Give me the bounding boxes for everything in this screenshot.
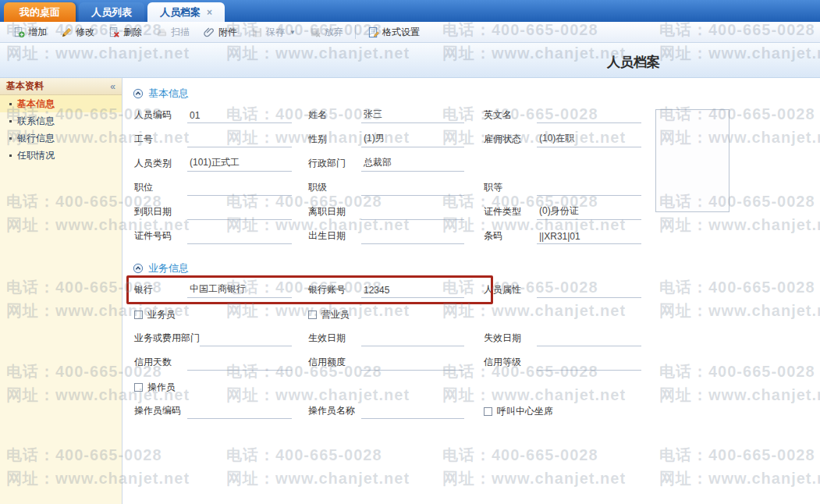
field-id-number: 证件号码 <box>134 229 292 244</box>
field-credit-grade: 信用等级 <box>484 355 641 371</box>
shop-assistant-checkbox-group: 营业员 <box>308 308 350 321</box>
delete-button[interactable]: 删除 <box>101 23 149 41</box>
field-label: 操作员编码 <box>134 404 187 419</box>
credit-limit-input[interactable] <box>361 358 464 371</box>
field-label: 证件号码 <box>134 229 187 244</box>
job-grade-input[interactable] <box>537 183 641 196</box>
employee-code-input[interactable]: 01 <box>187 110 292 123</box>
button-label: 修改 <box>76 26 94 39</box>
salesman-checkbox[interactable] <box>134 311 143 319</box>
discard-icon <box>310 27 321 38</box>
field-effective-date: 生效日期 <box>308 331 464 346</box>
id-number-input[interactable] <box>187 232 292 244</box>
hire-date-input[interactable] <box>187 208 292 220</box>
field-personnel-category: 人员类别(101)正式工 <box>134 156 292 172</box>
field-hire-date: 到职日期 <box>134 204 292 220</box>
field-label: 到职日期 <box>134 205 187 220</box>
field-leave-date: 离职日期 <box>308 204 464 220</box>
field-label: 姓名 <box>308 108 361 123</box>
form-row: 职位职级职等 <box>133 176 820 200</box>
section-toggle-icon[interactable] <box>133 263 144 274</box>
effective-date-input[interactable] <box>361 334 464 346</box>
field-english-name: 英文名 <box>484 108 641 123</box>
field-job-number: 工号 <box>134 132 292 147</box>
field-job-level: 职级 <box>308 180 464 196</box>
field-label: 职级 <box>308 181 361 196</box>
form-row: 业务员营业员 <box>133 302 820 326</box>
form-row: 操作员编码操作员名称呼叫中心坐席 <box>133 399 820 423</box>
attach-button[interactable]: 附件 <box>197 23 244 41</box>
personnel-attribute-input[interactable] <box>537 286 641 298</box>
tab-close-icon[interactable]: × <box>207 7 212 18</box>
save-icon <box>251 27 263 38</box>
field-label: 信用等级 <box>484 356 537 371</box>
checkbox-label: 营业员 <box>321 308 350 321</box>
employment-status-input[interactable]: (10)在职 <box>537 132 641 147</box>
personnel-category-input[interactable]: (101)正式工 <box>187 156 292 172</box>
operator-code-input[interactable] <box>187 406 292 419</box>
operator-name-input[interactable] <box>361 406 464 419</box>
field-name: 姓名张三 <box>308 108 464 123</box>
credit-days-input[interactable] <box>187 358 292 371</box>
checkbox-label: 业务员 <box>147 308 176 321</box>
button-label: 扫描 <box>171 26 190 39</box>
position-input[interactable] <box>187 183 292 196</box>
field-gender: 性别(1)男 <box>308 132 464 147</box>
tab-label: 人员列表 <box>91 5 132 20</box>
sidebar-title: 基本资料 <box>6 80 44 93</box>
discard-button: 放弃 <box>303 23 350 41</box>
birth-date-input[interactable] <box>361 232 464 244</box>
edit-button[interactable]: 修改 <box>54 23 101 41</box>
field-position: 职位 <box>134 180 292 196</box>
format-button[interactable]: 格式设置 <box>360 23 427 41</box>
job-number-input[interactable] <box>187 135 292 147</box>
toolbar-divider <box>355 25 356 39</box>
add-button[interactable]: 增加 <box>6 23 54 41</box>
sidebar-item-bank-info[interactable]: 银行信息 <box>0 130 122 147</box>
scan-icon <box>156 27 168 38</box>
button-label: 增加 <box>28 26 47 39</box>
field-label: 职等 <box>484 181 537 196</box>
business-expense-dept-input[interactable] <box>200 334 292 346</box>
leave-date-input[interactable] <box>361 208 464 220</box>
admin-department-input[interactable]: 总裁部 <box>361 156 464 172</box>
button-label: 删除 <box>123 26 142 39</box>
scan-button: 扫描 <box>149 23 197 41</box>
id-type-input[interactable]: (0)身份证 <box>537 204 641 220</box>
bank-account-input[interactable]: 12345 <box>361 285 464 298</box>
field-label: 业务或费用部门 <box>134 332 200 346</box>
sidebar-item-employment[interactable]: 任职情况 <box>0 147 122 164</box>
tab-my-desktop[interactable]: 我的桌面 <box>4 2 76 22</box>
credit-grade-input[interactable] <box>537 358 641 371</box>
field-id-type: 证件类型(0)身份证 <box>484 204 641 220</box>
english-name-input[interactable] <box>537 111 641 123</box>
barcode-input[interactable]: ||XR31|01 <box>537 231 641 244</box>
bank-input[interactable]: 中国工商银行 <box>187 282 292 298</box>
sidebar-header: 基本资料 « <box>0 78 122 95</box>
checkbox-label: 操作员 <box>147 381 176 394</box>
dropdown-arrow-icon[interactable]: ▼ <box>289 29 296 36</box>
field-label: 雇佣状态 <box>484 133 537 147</box>
shop-assistant-checkbox[interactable] <box>308 311 317 319</box>
field-personnel-attribute: 人员属性 <box>484 282 641 298</box>
section-toggle-icon[interactable] <box>133 88 144 99</box>
tab-personnel-list[interactable]: 人员列表 <box>79 2 144 22</box>
call-center-seat-checkbox[interactable] <box>484 407 492 416</box>
operator-checkbox[interactable] <box>134 383 143 392</box>
sidebar-item-contact-info[interactable]: 联系信息 <box>0 112 122 130</box>
button-label: 放弃 <box>325 26 343 39</box>
field-bank: 银行中国工商银行 <box>134 282 292 298</box>
expiry-date-input[interactable] <box>537 334 641 346</box>
sidebar-item-basic-info[interactable]: 基本信息 <box>0 95 122 112</box>
collapse-icon[interactable]: « <box>110 81 115 92</box>
field-credit-limit: 信用额度 <box>308 355 464 371</box>
name-input[interactable]: 张三 <box>361 108 464 123</box>
job-level-input[interactable] <box>361 183 464 196</box>
form-row: 信用天数信用额度信用等级 <box>133 350 820 374</box>
edit-icon <box>61 27 73 38</box>
gender-input[interactable]: (1)男 <box>361 132 464 147</box>
tab-personnel-archive[interactable]: 人员档案× <box>147 2 225 22</box>
form-row: 工号性别(1)男雇佣状态(10)在职 <box>133 127 820 151</box>
checkbox-label: 呼叫中心坐席 <box>497 405 553 418</box>
field-label: 离职日期 <box>308 205 361 220</box>
